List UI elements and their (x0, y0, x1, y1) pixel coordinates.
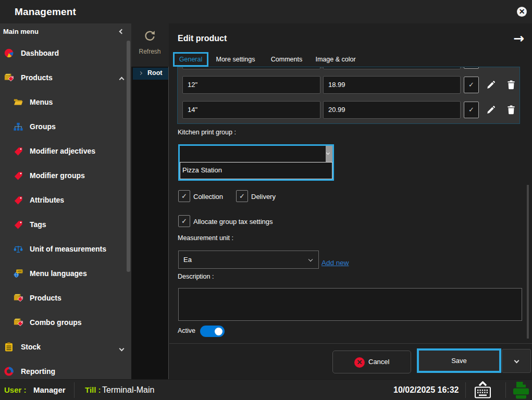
sidebar-item-products[interactable]: Products (0, 285, 131, 310)
product-box-tag-icon (14, 318, 23, 327)
size-price-input[interactable] (323, 67, 461, 69)
delete-trash-icon[interactable] (507, 80, 515, 90)
sidebar-item-menus[interactable]: Menus (0, 90, 131, 114)
save-options-button[interactable] (502, 349, 531, 373)
main-menu-header: Main menu (0, 23, 131, 41)
forward-arrow-icon[interactable]: → (513, 31, 530, 46)
sidebar-item-stock[interactable]: Stock (0, 334, 131, 359)
active-toggle[interactable] (200, 326, 225, 337)
page-title: Edit product (178, 34, 227, 43)
language-icon: ABC (14, 269, 23, 278)
chevron-down-icon (514, 358, 519, 364)
cancel-label: Cancel (368, 351, 389, 373)
tree-item-root[interactable]: Root (133, 68, 168, 80)
chevron-up-icon (119, 77, 125, 82)
tag-icon (14, 195, 23, 205)
kitchen-print-group-dropdown: Pizza Station (178, 144, 334, 181)
sidebar-item-unit-of-measurements[interactable]: Unit of measurements (0, 236, 131, 261)
root-label: Root (147, 69, 162, 77)
sidebar-item-dashboard[interactable]: Dashboard (0, 41, 131, 65)
window-title: Management (15, 0, 76, 23)
report-pie-icon (4, 367, 14, 376)
refresh-button[interactable]: Refresh (131, 23, 169, 67)
collapse-sidebar-icon[interactable] (119, 29, 125, 34)
sidebar-item-attributes[interactable]: Attributes (0, 188, 131, 212)
expand-root-icon[interactable] (139, 71, 142, 75)
cancel-x-icon: ✕ (354, 357, 365, 368)
size-row-12: 12"18.99✓ (178, 76, 519, 94)
tag-icon (14, 171, 23, 180)
kitchen-print-group-label: Kitchen print group : (178, 129, 236, 136)
sidebar-item-modifier-adjectives[interactable]: Modifier adjectives (0, 139, 131, 163)
measurement-unit-value: Ea (183, 256, 192, 264)
datetime: 10/02/2025 16:32 (393, 380, 459, 400)
close-icon[interactable]: ✕ (517, 7, 527, 17)
option-pizza-station[interactable]: Pizza Station (180, 162, 332, 178)
svg-text:ABC: ABC (17, 270, 23, 273)
delete-trash-icon[interactable] (507, 105, 515, 115)
category-tree-panel: Refresh Root (131, 23, 169, 379)
sidebar-item-products[interactable]: Products (0, 65, 131, 90)
confirm-size-button[interactable]: ✓ (464, 77, 479, 93)
save-button[interactable]: Save (417, 348, 501, 373)
statusbar-divider (465, 382, 466, 398)
allocate-tax-label: Allocate group tax settings (193, 218, 273, 226)
size-price-list: 12"18.99✓14"20.99✓ (177, 67, 520, 124)
add-new-link[interactable]: Add new (321, 259, 349, 267)
content-scrollbar[interactable] (527, 185, 529, 339)
main-menu-sidebar: Main menu DashboardProductsMenusGroupsMo… (0, 23, 131, 379)
collection-label: Collection (193, 193, 223, 201)
sidebar-item-modifier-groups[interactable]: Modifier groups (0, 163, 131, 188)
size-name-input[interactable]: 12" (182, 76, 320, 94)
delivery-checkbox[interactable]: ✓ (236, 190, 248, 202)
title-bar: Management ✕ (0, 0, 532, 23)
allocate-tax-checkbox[interactable]: ✓ (178, 215, 190, 227)
size-price-input[interactable]: 18.99 (323, 76, 461, 94)
size-name-input[interactable]: 14" (182, 101, 320, 119)
kitchen-print-group-select[interactable] (180, 146, 332, 162)
user-value: Manager (33, 380, 66, 400)
edit-pencil-icon[interactable] (486, 80, 496, 90)
tab-general[interactable]: General (173, 52, 208, 67)
status-bar: User : Manager Till : Terminal-Main 10/0… (0, 379, 532, 400)
folder-icon (14, 97, 23, 107)
sidebar-item-groups[interactable]: Groups (0, 114, 131, 139)
tab-image-color[interactable]: Image & color (308, 52, 363, 67)
active-label: Active (178, 327, 195, 334)
size-name-input[interactable] (182, 67, 320, 69)
statusbar-divider (74, 382, 75, 398)
tab-comments[interactable]: Comments (268, 52, 305, 67)
chevron-down-icon (119, 346, 125, 351)
delivery-label: Delivery (251, 193, 276, 201)
scale-icon (14, 244, 23, 254)
product-box-tag-icon (4, 73, 14, 82)
size-row-14: 14"20.99✓ (178, 101, 519, 119)
toggle-knob (215, 328, 222, 335)
edit-pencil-icon[interactable] (486, 105, 496, 115)
dropdown-arrow-button[interactable] (326, 146, 332, 162)
sidebar-item-menu-languages[interactable]: ABCMenu languages (0, 261, 131, 285)
cancel-button[interactable]: ✕ Cancel (332, 351, 411, 373)
management-window: Management ✕ Main menu DashboardProducts… (0, 0, 532, 400)
org-chart-icon (14, 122, 23, 131)
description-textarea[interactable] (178, 288, 522, 321)
collection-checkbox[interactable]: ✓ (178, 190, 190, 202)
printer-icon[interactable] (512, 381, 530, 399)
till-label: Till : (85, 380, 101, 400)
sidebar-item-reporting[interactable]: Reporting (0, 359, 131, 379)
sidebar-item-combo-groups[interactable]: Combo groups (0, 310, 131, 334)
product-box-tag-icon (14, 293, 23, 303)
confirm-size-button[interactable]: ✓ (464, 102, 479, 118)
description-label: Description : (178, 273, 214, 280)
main-menu-label: Main menu (3, 28, 39, 35)
tab-more-settings[interactable]: More settings (213, 52, 258, 67)
refresh-icon (144, 30, 156, 42)
sidebar-item-tags[interactable]: Tags (0, 212, 131, 236)
user-label: User : (4, 380, 27, 400)
measurement-unit-select[interactable]: Ea (178, 251, 319, 269)
clipboard-icon (4, 342, 14, 352)
size-price-input[interactable]: 20.99 (323, 101, 461, 119)
confirm-size-button[interactable] (464, 67, 479, 69)
sidebar-scrollbar[interactable] (127, 41, 130, 272)
keyboard-icon[interactable] (473, 381, 492, 399)
